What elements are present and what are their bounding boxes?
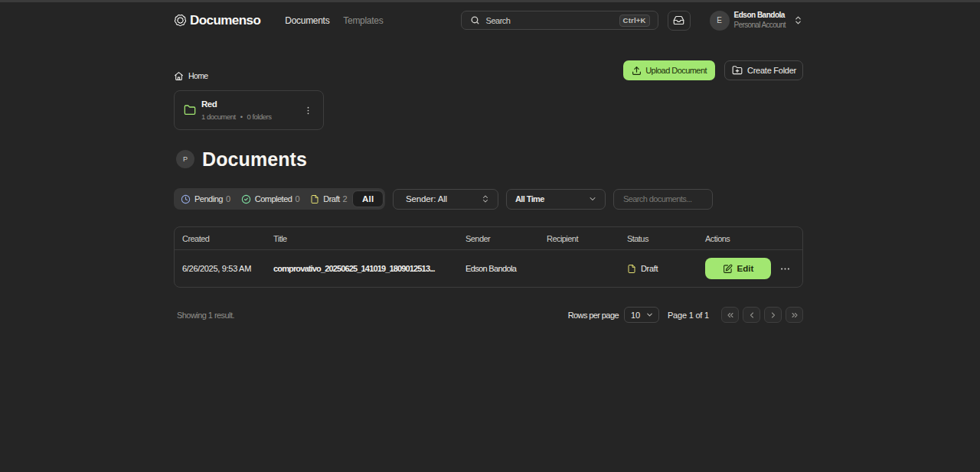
tab-completed-label: Completed: [255, 194, 292, 203]
rows-per-page-label: Rows per page: [568, 311, 619, 320]
tab-completed-count: 0: [295, 194, 299, 203]
global-search-placeholder: Search: [486, 16, 613, 25]
cell-sender: Edson Bandola: [458, 264, 539, 273]
edit-pencil-icon: [723, 264, 733, 274]
documents-table: Created Title Sender Recipient Status Ac…: [174, 226, 803, 288]
page-heading-row: P Documents: [176, 147, 803, 171]
column-header-sender: Sender: [458, 234, 539, 243]
column-header-title: Title: [266, 234, 458, 243]
pagination: [721, 307, 803, 323]
clock-icon: [181, 194, 191, 204]
search-shortcut-badge: Ctrl+K: [619, 15, 650, 27]
inbox-button[interactable]: [668, 11, 691, 31]
sender-filter-select[interactable]: Sender: All: [393, 189, 498, 210]
toolbar-row: Home Upload Document Create Folder: [174, 60, 803, 80]
nav-templates[interactable]: Templates: [343, 15, 383, 26]
folder-folders-count: 0 folders: [247, 113, 271, 121]
ellipsis-icon: [779, 263, 791, 275]
status-tabs: Pending 0 Completed 0 Draft: [174, 188, 385, 210]
chevron-left-icon: [747, 311, 756, 320]
tab-all-label: All: [362, 194, 374, 203]
app-header: Documenso Documents Templates Search Ctr…: [174, 2, 803, 38]
section-avatar: P: [176, 150, 194, 168]
user-account-type: Personal Account: [734, 21, 786, 30]
chevrons-right-icon: [790, 311, 799, 320]
chevrons-left-icon: [726, 311, 735, 320]
filters-row: Pending 0 Completed 0 Draft: [174, 188, 803, 210]
chevrons-up-down-icon: [481, 194, 490, 203]
search-icon: [470, 15, 480, 25]
period-filter-value: All Time: [515, 194, 588, 203]
chevron-down-icon: [645, 311, 654, 319]
column-header-recipient: Recipient: [539, 234, 619, 243]
draft-file-icon: [627, 264, 636, 274]
tab-all[interactable]: All: [352, 190, 384, 207]
chevron-down-icon: [588, 194, 597, 203]
folder-name: Red: [201, 100, 300, 109]
chevron-right-icon: [769, 311, 778, 320]
chevrons-up-down-icon: [793, 15, 803, 25]
check-circle-icon: [241, 194, 251, 204]
edit-button[interactable]: Edit: [705, 258, 771, 279]
create-folder-label: Create Folder: [747, 66, 796, 75]
cell-actions: Edit: [697, 258, 802, 279]
folder-info: Red 1 document • 0 folders: [201, 100, 300, 120]
kebab-vertical-icon: [303, 106, 313, 116]
documenso-logo-icon: [174, 14, 187, 27]
table-header-row: Created Title Sender Recipient Status Ac…: [175, 227, 802, 250]
row-more-button[interactable]: [779, 263, 791, 275]
tab-completed[interactable]: Completed 0: [236, 188, 305, 210]
global-search[interactable]: Search Ctrl+K: [461, 11, 658, 30]
first-page-button[interactable]: [721, 307, 739, 323]
results-summary: Showing 1 result.: [177, 311, 234, 320]
table-footer: Showing 1 result. Rows per page 10 Page …: [174, 307, 803, 323]
rows-per-page-select[interactable]: 10: [624, 307, 659, 323]
brand[interactable]: Documenso: [174, 13, 260, 28]
content-container: Documenso Documents Templates Search Ctr…: [174, 2, 803, 323]
breadcrumb-home-label: Home: [188, 71, 208, 80]
page-title: Documents: [202, 148, 307, 171]
folder-menu-button[interactable]: [300, 103, 315, 118]
column-header-created: Created: [175, 234, 266, 243]
folder-meta: 1 document • 0 folders: [201, 113, 300, 121]
file-icon: [310, 194, 319, 204]
table-row: 6/26/2025, 9:53 AM comprovativo_20250625…: [175, 250, 802, 287]
tab-pending-label: Pending: [194, 194, 223, 203]
cell-created: 6/26/2025, 9:53 AM: [175, 264, 266, 273]
upload-document-button[interactable]: Upload Document: [623, 60, 715, 80]
column-header-status: Status: [619, 234, 697, 243]
page-info: Page 1 of 1: [668, 311, 709, 320]
folder-meta-separator: •: [240, 113, 243, 121]
cell-status: Draft: [619, 264, 697, 274]
upload-icon: [632, 66, 642, 76]
create-folder-button[interactable]: Create Folder: [724, 60, 803, 80]
sender-filter-value: Sender: All: [406, 194, 481, 203]
user-texts: Edson Bandola Personal Account: [734, 11, 786, 29]
folder-plus-icon: [732, 65, 743, 76]
folder-documents-count: 1 document: [201, 113, 236, 121]
documents-search-input[interactable]: Search documents...: [613, 189, 713, 210]
main-nav: Documents Templates: [285, 15, 383, 26]
last-page-button[interactable]: [786, 307, 803, 323]
upload-document-label: Upload Document: [645, 66, 707, 75]
next-page-button[interactable]: [764, 307, 782, 323]
user-avatar: E: [710, 11, 730, 31]
nav-documents[interactable]: Documents: [285, 15, 329, 26]
user-name: Edson Bandola: [734, 11, 786, 20]
tab-draft-label: Draft: [323, 194, 339, 203]
home-icon: [174, 71, 184, 81]
folder-card-red[interactable]: Red 1 document • 0 folders: [174, 90, 324, 130]
cell-title[interactable]: comprovativo_20250625_141019_1809012513.…: [266, 264, 458, 273]
folder-icon: [184, 104, 196, 116]
previous-page-button[interactable]: [743, 307, 760, 323]
edit-button-label: Edit: [737, 264, 754, 273]
tab-draft[interactable]: Draft 2: [305, 188, 352, 210]
period-filter-select[interactable]: All Time: [506, 189, 606, 210]
tab-pending[interactable]: Pending 0: [175, 188, 236, 210]
user-menu[interactable]: E Edson Bandola Personal Account: [710, 11, 803, 31]
status-label: Draft: [641, 264, 658, 273]
brand-title: Documenso: [190, 13, 260, 28]
breadcrumb[interactable]: Home: [174, 71, 208, 81]
column-header-actions: Actions: [697, 234, 802, 243]
tab-draft-count: 2: [343, 194, 348, 203]
